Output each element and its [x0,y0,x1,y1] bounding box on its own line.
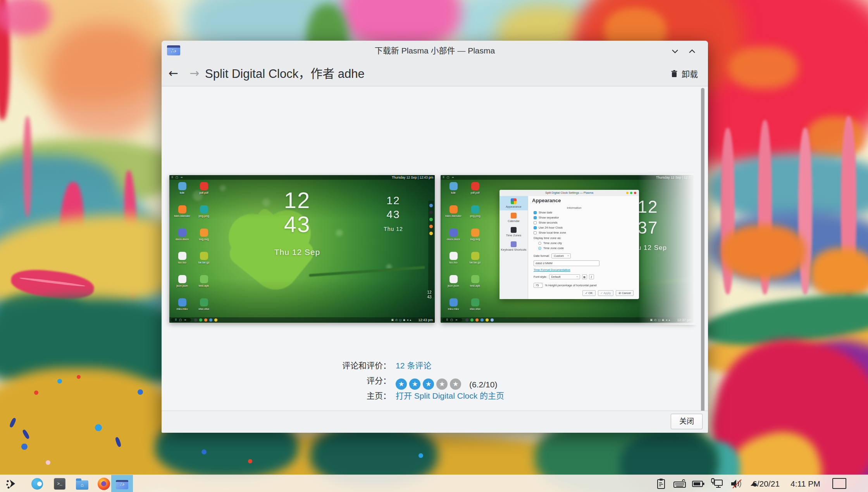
dialog-footer: 关闭 [162,411,708,433]
mini-top-clock: Thursday 12 Sep | 12:37 [656,175,692,180]
uninstall-label: 卸载 [682,68,698,79]
mini-sidebar-appearance: Appearance [499,196,528,210]
toggle-icon [31,478,43,490]
forward-arrow-icon: → [189,65,199,82]
scrollbar-thumb[interactable] [701,88,704,416]
taskbar-date: 6/20/21 [753,479,780,488]
show-desktop-button[interactable] [832,478,846,489]
mini-sidebar-timezones: Time Zones [499,225,528,239]
page-title: Split Digital Clock，作者 adhe [205,64,365,81]
star-icon: ★ [409,378,420,390]
mini-sidebar-calendar: Calendar [499,210,528,225]
rating-value: (6.2/10) [469,380,497,389]
comments-label: 评论和评价： [342,359,391,371]
widget-screenshot-1[interactable]: ⠿ ▢ ≃ Thursday 12 Sep | 12:43 pm kde pdf… [169,175,435,323]
dialog-titlebar[interactable]: ∴› 下载新 Plasma 小部件 — Plasma [162,41,708,61]
dialog-title: 下载新 Plasma 小部件 — Plasma [162,41,708,61]
mini-window-buttons [626,192,636,194]
chevron-up-icon[interactable] [687,46,697,56]
chevron-down-icon[interactable] [670,46,680,56]
mini-panel-clock: 12 43 [425,290,434,299]
app-launcher-button[interactable] [0,475,22,492]
plasma-widgets-task-active[interactable]: ∴› [111,475,133,492]
taskbar-time: 4:11 PM [790,479,820,488]
mini-taskbar: ⠿ ▢ ≃ ▣ ◴ ◻ ◉ ◂ ▴ 12:43 pm [169,317,435,323]
mini-side-panel [428,201,434,298]
konsole-task[interactable]: >_ [49,475,71,492]
comments-link[interactable]: 12 条评论 [396,359,431,371]
folder-icon: ⌂ [76,480,88,490]
terminal-icon: >_ [54,478,65,490]
mini-sidebar-shortcuts: Keyboard Shortcuts [499,239,528,253]
clipboard-tray-icon[interactable] [653,475,669,492]
mini-settings-main: Appearance Information Show date Show se… [532,196,636,299]
mini-taskbar-clock: 12:37 pm [677,317,692,323]
close-button[interactable]: 关闭 [671,414,703,429]
widget-screenshot-2[interactable]: ⠿ ▢ ≃ Thursday 12 Sep | 12:37 kde pdf.pd… [441,175,694,323]
mini-taskbar-clock: 12:43 pm [418,317,433,323]
keyboard-tray-icon[interactable] [671,475,688,492]
plasma-widget-window-icon: ∴› [116,480,128,489]
split-clock-widget: 12 43 Thu 12 Sep [266,188,328,258]
get-new-widgets-dialog: ∴› 下载新 Plasma 小部件 — Plasma ← → Split Dig… [162,41,708,433]
dialog-header: ← → Split Digital Clock，作者 adhe 卸载 [162,61,708,86]
mini-top-panel: ⠿ ▢ ≃ Thursday 12 Sep | 12:37 [441,175,694,180]
dialog-content: ⠿ ▢ ≃ Thursday 12 Sep | 12:43 pm kde pdf… [162,87,708,411]
star-icon: ★ [436,378,448,390]
trash-icon [670,69,678,78]
mini-top-panel: ⠿ ▢ ≃ Thursday 12 Sep | 12:43 pm [169,175,435,180]
side-clock-widget: 12 43 Thu 12 [370,194,417,235]
taskbar: >_ ⌂ ∴› 6/20/214 [0,475,868,492]
desktop: ∴› 下载新 Plasma 小部件 — Plasma ← → Split Dig… [0,0,868,492]
volume-muted-tray-icon[interactable] [728,475,746,492]
star-icon: ★ [450,378,461,390]
homepage-link[interactable]: 打开 Split Digital Clock 的主页 [396,389,504,401]
back-arrow-icon[interactable]: ← [169,65,178,82]
mini-settings-window: Split Digital Clock Settings — Plasma Ap… [499,190,639,299]
star-icon: ★ [423,378,434,390]
battery-tray-icon[interactable] [690,475,707,492]
mini-taskbar: ⠿ ▢ ≃ ▣ ◴ ◻ ◉ ◂ ▴ 12:37 pm [441,317,694,323]
mini-settings-sidebar: Appearance Calendar Time Zones Keyboard … [499,196,528,299]
homepage-label: 主页： [367,389,391,401]
kde-launcher-icon [5,478,17,490]
digital-clock-applet[interactable]: 6/20/214:11 PM [753,475,820,492]
dolphin-task[interactable]: ⌂ [71,475,93,492]
uninstall-button[interactable]: 卸载 [670,66,698,81]
star-icon: ★ [396,378,407,390]
rating-stars: ★ ★ ★ ★ ★ [396,378,461,390]
mini-top-clock: Thursday 12 Sep | 12:43 pm [392,175,433,180]
rating-label: 评分： [367,374,391,386]
system-settings-task[interactable] [26,475,48,492]
mini-settings-title: Split Digital Clock Settings — Plasma [499,190,639,196]
network-tray-icon[interactable] [708,475,726,492]
firefox-icon [98,478,110,490]
